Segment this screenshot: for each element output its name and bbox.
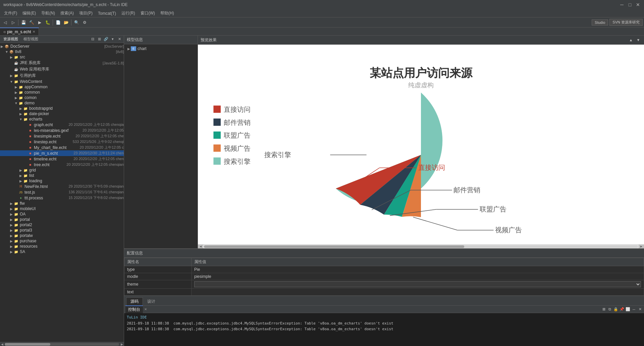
tb-save[interactable]: 💾 xyxy=(20,19,27,26)
tree-item[interactable]: ▶📁portal3 xyxy=(0,228,124,233)
tree-item[interactable]: ▼📁WebContent xyxy=(0,79,124,84)
tree-item[interactable]: ▼📁demo xyxy=(0,100,124,106)
tree-item[interactable]: ▶📁flw xyxy=(0,201,124,206)
sidebar-menu-icon[interactable]: ▾ xyxy=(110,36,116,42)
tree-item[interactable]: ▶📁src xyxy=(0,54,124,60)
console-scroll-lock-icon[interactable]: 🔒 xyxy=(613,307,619,312)
tree-item[interactable]: ▶📁comon xyxy=(0,95,124,100)
tree-item[interactable]: ▶📁grid xyxy=(0,167,124,173)
menu-run[interactable]: 运行(R) xyxy=(119,10,138,17)
tree-item[interactable]: ▶📁appCommon xyxy=(0,84,124,90)
tree-item[interactable]: ■linestep.echt533 2021/5/26 上午9:02 chenq… xyxy=(0,139,124,145)
console-pin-icon[interactable]: 📌 xyxy=(619,307,625,312)
svn-button[interactable]: SVN 资源库研究 xyxy=(609,19,643,26)
menu-tomcat[interactable]: Tomcat(T) xyxy=(95,10,119,16)
close-button[interactable]: ✕ xyxy=(635,2,641,7)
sidebar-close-icon[interactable]: ✕ xyxy=(116,36,122,42)
tree-item[interactable]: ▶📁loading xyxy=(0,178,124,184)
svg-text:纯虚虚构: 纯虚虚构 xyxy=(408,82,434,89)
tree-item[interactable]: ■timeline.echt20 2020/12/20 上午12:05 chen xyxy=(0,156,124,162)
tree-item[interactable]: ▼📦tlv8[tlv8] xyxy=(0,49,124,54)
hscroll-right[interactable]: ▶ xyxy=(120,342,124,346)
tab-close[interactable]: ✕ xyxy=(33,30,35,34)
maximize-button[interactable]: □ xyxy=(627,2,633,7)
tb-search[interactable]: 🔍 xyxy=(73,19,80,26)
tree-item[interactable]: ■graph.echt20 2020/12/20 上午12:05 chenqia xyxy=(0,122,124,128)
tab-pie-ms[interactable]: ○ pie_m_s.echt ✕ xyxy=(0,28,39,35)
tree-item[interactable]: ▶📁bootstrapgrid xyxy=(0,106,124,111)
menu-window[interactable]: 窗口(W) xyxy=(138,10,158,17)
tree-item[interactable]: ■linesimple.echt20 2020/12/20 上午12:05 ch… xyxy=(0,133,124,139)
hscroll-track[interactable] xyxy=(204,245,638,248)
tb-sep2 xyxy=(53,19,53,26)
tree-item[interactable]: ▶📁purchase xyxy=(0,238,124,244)
tree-item[interactable]: ■My_chart_file.echt20 2020/12/20 上午12:05… xyxy=(0,145,124,150)
console-minimize-icon[interactable]: ─ xyxy=(631,307,637,312)
sidebar-expand-icon[interactable]: ⊞ xyxy=(96,36,102,42)
studio-button[interactable]: Studio xyxy=(592,19,608,26)
tree-item[interactable]: ☕JRE 系统库[JavaSE-1.8] xyxy=(0,60,124,66)
sidebar-collapse-icon[interactable]: ⊟ xyxy=(90,36,96,42)
tree-item[interactable]: ■tree.echt20 2020/12/20 上午12:05 chenqian xyxy=(0,162,124,167)
tree-arrow: ▶ xyxy=(19,112,23,116)
tree-item[interactable]: ▶📁resources xyxy=(0,244,124,249)
tree-item[interactable]: JStest.js136 2021/1/16 下午6:41 chenqian xyxy=(0,189,124,195)
menu-file[interactable]: 文件(F) xyxy=(1,10,20,17)
tree-item[interactable]: ▶📁common xyxy=(0,90,124,95)
preview-expand-up[interactable]: ▲ xyxy=(628,37,634,43)
console-output: TuLin IDE 2021-09-18 11:08:38 com.mysql.… xyxy=(124,313,644,346)
tb-back[interactable]: ◁ xyxy=(1,19,9,26)
menu-edit[interactable]: 编辑(E) xyxy=(20,10,39,17)
tb-debug[interactable]: 🐛 xyxy=(44,19,51,26)
tree-item[interactable]: ▶📁portal xyxy=(0,217,124,222)
tree-item[interactable]: ▶📦DocServer[DocServer] xyxy=(0,44,124,49)
tree-item[interactable]: ▶📁list xyxy=(0,173,124,178)
sidebar-link-icon[interactable]: 🔗 xyxy=(103,36,109,42)
console-copy-icon[interactable]: ⧉ xyxy=(607,307,612,312)
tree-item[interactable]: ☕Web 应用程序库 xyxy=(0,66,124,72)
console-close-icon[interactable]: ✕ xyxy=(637,307,643,312)
tab-design[interactable]: 设计 xyxy=(143,297,160,305)
theme-select[interactable] xyxy=(194,281,641,287)
menu-search[interactable]: 搜索(A) xyxy=(58,10,76,17)
console-clear-icon[interactable]: ⊠ xyxy=(601,307,606,312)
hscroll-next[interactable]: ▶ xyxy=(639,245,644,249)
console-tab-close[interactable]: ✕ xyxy=(144,307,147,311)
tb-settings[interactable]: ⚙ xyxy=(81,19,88,26)
config-attr-value[interactable] xyxy=(192,280,644,289)
tree-item[interactable]: ■pie_m_s.echt23 2020/12/30 上午11:24 chen xyxy=(0,150,124,156)
tree-item[interactable]: ▶📁date-picker xyxy=(0,111,124,116)
minimize-button[interactable]: ─ xyxy=(619,2,625,7)
sidebar-tab-resource[interactable]: 资源视图 xyxy=(1,37,20,42)
tree-item[interactable]: HNewFile.html29 2020/12/30 下午5:09 chenqi… xyxy=(0,184,124,189)
tb-new[interactable]: 📄 xyxy=(54,19,62,26)
hscroll-track[interactable] xyxy=(5,343,119,346)
console-expand-icon[interactable]: ⬜ xyxy=(625,307,631,312)
tb-run[interactable]: ▶ xyxy=(36,19,43,26)
tree-item[interactable]: ▶📁引用的库 xyxy=(0,72,124,79)
svg-line-21 xyxy=(413,217,457,230)
tree-item[interactable]: ▶📁mobileUI xyxy=(0,206,124,211)
hscroll-left[interactable]: ◀ xyxy=(0,342,4,346)
console-tab-label[interactable]: 控制台 xyxy=(125,305,143,313)
tree-item[interactable]: ▼📁echarts xyxy=(0,116,124,122)
menu-help[interactable]: 帮助(H) xyxy=(158,10,177,17)
sidebar-tab-model[interactable]: 模型视图 xyxy=(21,37,40,42)
tree-item[interactable]: ▶📁portal2 xyxy=(0,222,124,228)
tb-open[interactable]: 📂 xyxy=(62,19,70,26)
tab-source[interactable]: 源码 xyxy=(126,297,143,305)
model-item-chart[interactable]: ▶ E chart xyxy=(125,46,196,52)
preview-expand-down[interactable]: ▼ xyxy=(635,37,641,43)
menu-project[interactable]: 项目(P) xyxy=(76,10,95,17)
tb-fwd[interactable]: ▷ xyxy=(9,19,17,26)
tree-item[interactable]: ▶📁OA xyxy=(0,211,124,217)
tree-item[interactable]: ▶📁SA xyxy=(0,249,124,254)
menu-nav[interactable]: 导航(N) xyxy=(39,10,58,17)
hscroll-prev[interactable]: ◀ xyxy=(198,245,203,249)
tb-build[interactable]: 🔨 xyxy=(28,19,35,26)
sidebar-hscrollbar[interactable]: ◀ ▶ xyxy=(0,342,124,346)
preview-hscrollbar[interactable]: ◀ ▶ xyxy=(198,244,644,248)
tree-item[interactable]: ■les-miserables.gexf20 2020/12/20 上午12:0… xyxy=(0,128,124,133)
tree-item[interactable]: ●ttt.process15 2020/12/19 下午8:02 chenqia… xyxy=(0,195,124,201)
tree-item[interactable]: ▶📁portalw xyxy=(0,233,124,238)
